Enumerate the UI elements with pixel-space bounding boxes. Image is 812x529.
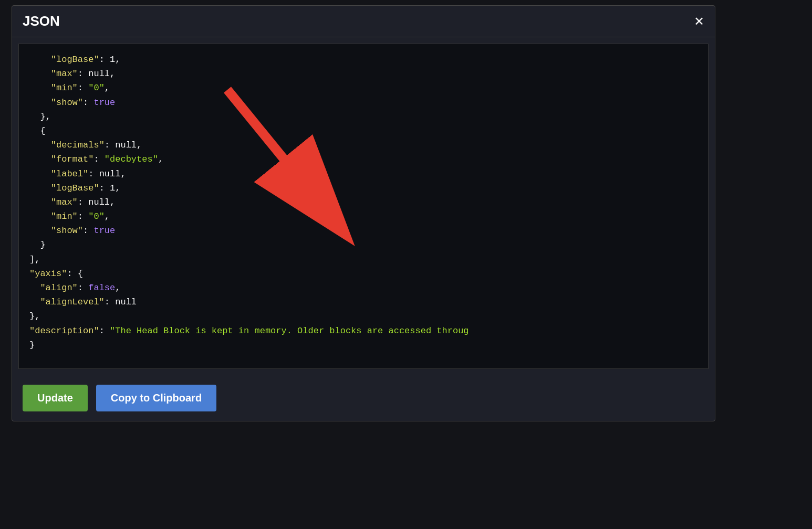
code-line: "decimals": null, [29,138,698,152]
code-line: ], [29,252,698,267]
code-line: { [29,124,698,138]
code-line: "yaxis": { [29,267,698,281]
modal-header: JSON ✕ [12,6,715,37]
code-line: "logBase": 1, [29,52,698,67]
code-line: "description": "The Head Block is kept i… [29,324,698,338]
code-line: "label": null, [29,167,698,181]
copy-to-clipboard-button[interactable]: Copy to Clipboard [96,385,216,411]
update-button[interactable]: Update [23,385,88,411]
json-modal: JSON ✕ "logBase": 1, "max": null, "min":… [12,5,715,421]
code-line: }, [29,309,698,323]
code-line: "max": null, [29,195,698,209]
modal-footer: Update Copy to Clipboard [12,375,715,421]
code-line: "min": "0", [29,81,698,95]
code-line: } [29,338,698,352]
code-line: }, [29,110,698,124]
code-line: "format": "decbytes", [29,152,698,166]
code-line: } [29,238,698,252]
code-line: "min": "0", [29,209,698,224]
code-line: "show": true [29,224,698,238]
code-line: "align": false, [29,281,698,295]
modal-title: JSON [23,13,60,29]
code-line: "logBase": 1, [29,181,698,195]
modal-close-button[interactable]: ✕ [694,15,704,28]
code-container: "logBase": 1, "max": null, "min": "0", "… [18,44,709,369]
code-line: "max": null, [29,67,698,81]
modal-body: "logBase": 1, "max": null, "min": "0", "… [12,37,715,375]
code-line: "alignLevel": null [29,295,698,309]
code-line: "show": true [29,96,698,110]
